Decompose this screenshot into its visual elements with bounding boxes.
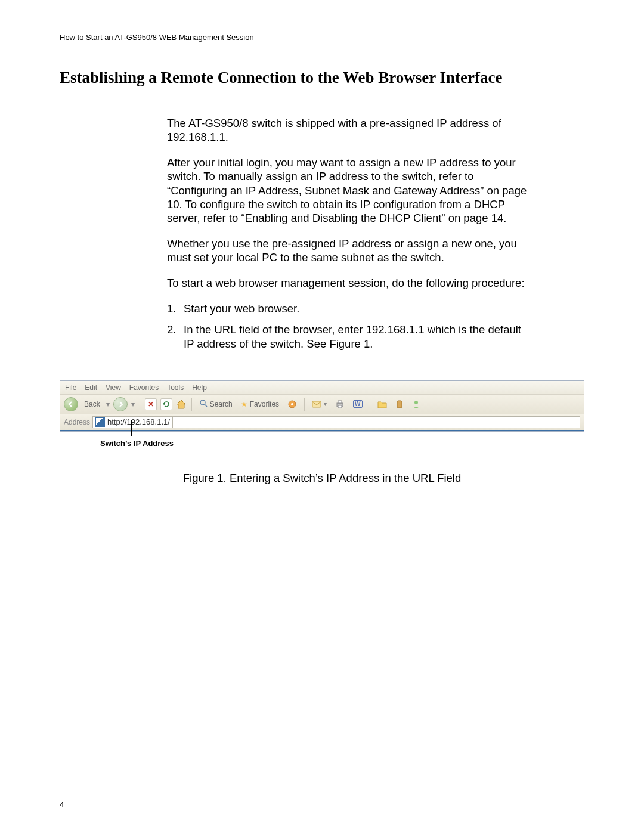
forward-button[interactable] — [113, 397, 128, 411]
arrow-left-icon — [68, 401, 74, 407]
menu-view[interactable]: View — [106, 383, 121, 392]
media-icon[interactable] — [285, 398, 299, 410]
home-glyph-icon — [176, 399, 187, 410]
svg-rect-7 — [338, 405, 342, 408]
ie-address-bar: Address http://192.168.1.1/ — [60, 414, 584, 431]
step-item: In the URL field of the browser, enter 1… — [167, 323, 531, 350]
stop-icon[interactable]: ✕ — [145, 398, 157, 410]
w-glyph-icon: W — [353, 400, 362, 408]
edit-icon[interactable]: W — [351, 399, 364, 409]
messenger-icon[interactable] — [410, 398, 423, 410]
figure-browser-screenshot: File Edit View Favorites Tools Help Back… — [60, 380, 584, 485]
research-icon[interactable] — [393, 398, 406, 410]
menu-file[interactable]: File — [65, 383, 76, 392]
address-label: Address — [64, 418, 90, 426]
svg-point-9 — [414, 401, 418, 404]
print-glyph-icon — [335, 400, 345, 409]
search-label: Search — [210, 400, 233, 408]
search-button[interactable]: Search — [197, 398, 235, 410]
back-button[interactable] — [64, 397, 78, 411]
paragraph: To start a web browser management sessio… — [167, 276, 531, 290]
figure-callout: Switch’s IP Address — [131, 436, 584, 448]
address-text: http://192.168.1.1/ — [107, 417, 170, 426]
menu-tools[interactable]: Tools — [167, 383, 184, 392]
svg-rect-6 — [338, 401, 342, 403]
paragraph: After your initial login, you may want t… — [167, 156, 531, 225]
address-input[interactable]: http://192.168.1.1/ — [92, 416, 173, 428]
menu-help[interactable]: Help — [192, 383, 207, 392]
dropdown-caret-icon: ▾ — [324, 401, 327, 407]
ie-menubar: File Edit View Favorites Tools Help — [60, 381, 584, 395]
address-field-remainder[interactable] — [173, 416, 580, 428]
menu-edit[interactable]: Edit — [85, 383, 97, 392]
arrow-right-icon — [117, 401, 123, 407]
media-glyph-icon — [287, 400, 297, 409]
callout-line — [131, 420, 132, 436]
page-icon — [95, 417, 105, 427]
menu-favorites[interactable]: Favorites — [129, 383, 159, 392]
step-item: Start your web browser. — [167, 302, 531, 315]
separator — [140, 398, 140, 411]
section-title: Establishing a Remote Connection to the … — [60, 69, 584, 92]
mail-icon[interactable]: ▾ — [309, 399, 329, 410]
separator — [304, 398, 305, 411]
folder-icon[interactable] — [375, 399, 389, 410]
svg-rect-4 — [312, 401, 321, 407]
refresh-icon[interactable] — [160, 398, 172, 410]
svg-point-0 — [200, 400, 205, 405]
svg-point-3 — [291, 403, 293, 405]
paragraph: The AT-GS950/8 switch is shipped with a … — [167, 116, 531, 144]
ie-toolbar: Back ▾ ▾ ✕ Search — [60, 395, 584, 414]
back-label: Back — [82, 399, 103, 410]
search-icon — [199, 399, 208, 409]
research-glyph-icon — [395, 400, 404, 409]
home-icon[interactable] — [176, 399, 187, 410]
star-icon: ★ — [241, 400, 247, 408]
running-head: How to Start an AT-GS950/8 WEB Managemen… — [60, 33, 584, 42]
refresh-glyph-icon — [163, 401, 170, 408]
favorites-label: Favorites — [250, 400, 279, 408]
svg-line-1 — [205, 404, 207, 407]
ie-window: File Edit View Favorites Tools Help Back… — [60, 380, 584, 432]
mail-glyph-icon — [312, 400, 321, 408]
favorites-button[interactable]: ★ Favorites — [239, 399, 281, 410]
separator — [370, 398, 370, 411]
messenger-glyph-icon — [412, 400, 420, 409]
body-column: The AT-GS950/8 switch is shipped with a … — [167, 116, 531, 351]
procedure-steps: Start your web browser. In the URL field… — [167, 302, 531, 350]
dropdown-caret-icon[interactable]: ▾ — [106, 400, 110, 408]
print-icon[interactable] — [333, 398, 347, 410]
page-number: 4 — [60, 800, 64, 809]
dropdown-caret-icon[interactable]: ▾ — [131, 400, 135, 408]
svg-rect-8 — [397, 401, 402, 408]
paragraph: Whether you use the pre-assigned IP addr… — [167, 237, 531, 264]
callout-label: Switch’s IP Address — [100, 436, 584, 448]
separator — [191, 398, 192, 411]
figure-caption: Figure 1. Entering a Switch’s IP Address… — [60, 472, 584, 485]
folder-glyph-icon — [377, 400, 387, 408]
